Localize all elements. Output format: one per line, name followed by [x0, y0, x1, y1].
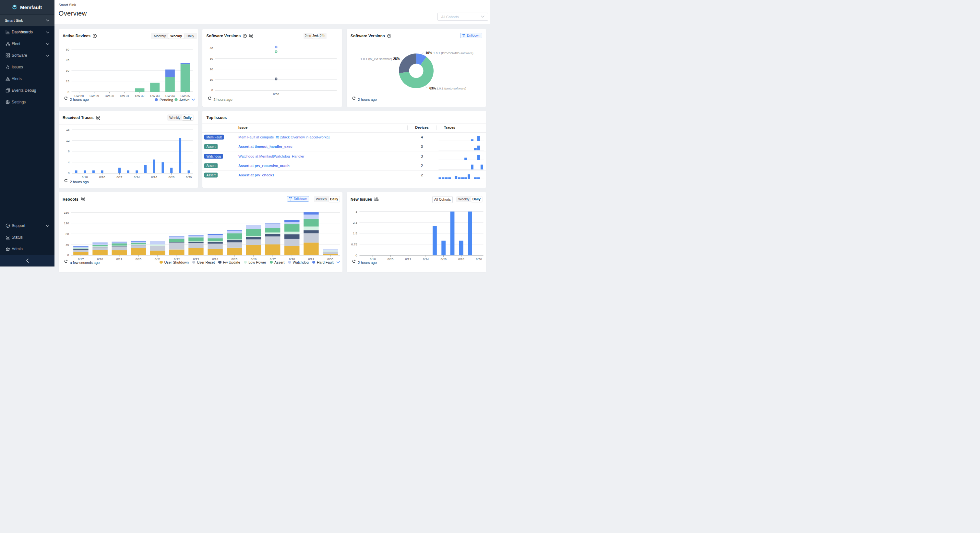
svg-text:30: 30 — [65, 69, 69, 72]
svg-text:?: ? — [7, 224, 9, 227]
svg-text:8/30: 8/30 — [186, 175, 192, 179]
svg-text:28%: 28% — [393, 57, 399, 60]
svg-text:8: 8 — [68, 150, 69, 153]
svg-text:8/26: 8/26 — [441, 258, 447, 261]
svg-text:45: 45 — [65, 58, 69, 62]
svg-text:CW 30: CW 30 — [104, 94, 114, 98]
svg-text:2 hours ago: 2 hours ago — [214, 98, 232, 102]
svg-text:20: 20 — [210, 67, 213, 71]
svg-text:4: 4 — [68, 160, 69, 164]
svg-text:2 hours ago: 2 hours ago — [358, 98, 377, 102]
svg-text:0: 0 — [212, 88, 213, 92]
svg-text:8/20: 8/20 — [387, 258, 393, 261]
svg-text:8/26: 8/26 — [151, 175, 157, 179]
svg-text:10: 10 — [210, 78, 213, 81]
svg-text:0: 0 — [68, 171, 69, 175]
svg-text:1.5: 1.5 — [353, 231, 357, 235]
svg-text:8/18: 8/18 — [82, 175, 88, 179]
svg-text:2 hours ago: 2 hours ago — [70, 180, 89, 184]
svg-text:10%: 10% — [425, 51, 432, 55]
svg-text:CW 35: CW 35 — [180, 94, 190, 98]
svg-text:CW 28: CW 28 — [74, 94, 84, 98]
svg-text:3: 3 — [355, 210, 357, 213]
svg-text:8/24: 8/24 — [423, 258, 429, 261]
svg-text:12: 12 — [66, 138, 69, 142]
svg-text:30: 30 — [210, 57, 213, 60]
svg-text:CW 33: CW 33 — [150, 94, 159, 98]
svg-text:CW 31: CW 31 — [120, 94, 129, 98]
svg-text:80: 80 — [65, 232, 69, 236]
svg-text:8/28: 8/28 — [168, 175, 175, 179]
svg-text:8/28: 8/28 — [458, 258, 465, 261]
svg-text:1.0.1 (proto-software): 1.0.1 (proto-software) — [436, 86, 466, 90]
svg-text:8/30: 8/30 — [273, 92, 279, 95]
svg-text:8/24: 8/24 — [134, 175, 140, 179]
svg-text:1.0.1 (xx_evt-software): 1.0.1 (xx_evt-software) — [360, 57, 392, 60]
svg-text:40: 40 — [65, 243, 69, 247]
svg-text:CW 29: CW 29 — [89, 94, 99, 98]
svg-text:15: 15 — [65, 80, 69, 83]
svg-text:120: 120 — [64, 221, 69, 225]
svg-text:40: 40 — [210, 46, 213, 49]
svg-text:2 hours ago: 2 hours ago — [70, 98, 89, 102]
svg-text:0: 0 — [355, 253, 357, 257]
svg-text:8/30: 8/30 — [476, 258, 482, 261]
svg-text:63%: 63% — [430, 86, 436, 90]
svg-text:0: 0 — [67, 90, 69, 93]
svg-text:2.3: 2.3 — [353, 221, 357, 224]
svg-text:CW 32: CW 32 — [135, 94, 144, 98]
svg-text:8/22: 8/22 — [405, 258, 411, 261]
svg-text:8/20: 8/20 — [99, 175, 105, 179]
svg-text:16: 16 — [66, 128, 69, 131]
svg-text:8/22: 8/22 — [116, 175, 123, 179]
svg-text:Active: Active — [179, 98, 189, 102]
svg-text:160: 160 — [64, 211, 69, 214]
svg-text:1.0.1 (DEVBOARD-software): 1.0.1 (DEVBOARD-software) — [433, 51, 474, 55]
svg-text:0: 0 — [67, 253, 69, 257]
svg-text:60: 60 — [65, 47, 69, 51]
svg-text:Pending: Pending — [159, 98, 173, 102]
svg-text:2 hours ago: 2 hours ago — [358, 261, 377, 264]
svg-text:CW 34: CW 34 — [165, 94, 175, 98]
svg-text:0.75: 0.75 — [351, 242, 357, 246]
